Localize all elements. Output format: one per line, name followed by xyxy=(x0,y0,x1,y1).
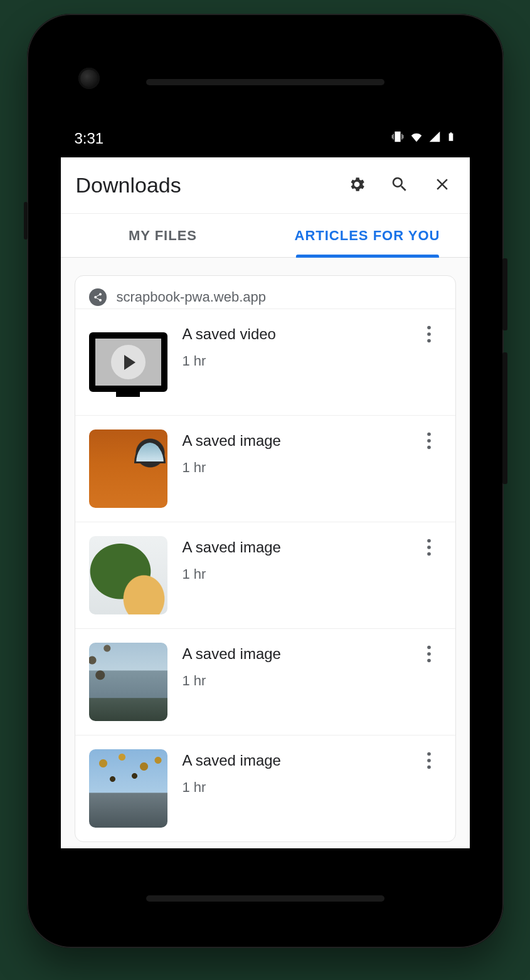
status-bar: 3:31 xyxy=(61,120,470,157)
screen: 3:31 xyxy=(61,120,470,848)
page-title: Downloads xyxy=(76,173,344,198)
source-card: scrapbook-pwa.web.app A saved video xyxy=(75,275,456,842)
front-camera xyxy=(78,68,100,89)
svg-point-11 xyxy=(427,659,431,663)
thumbnail-video xyxy=(89,323,167,401)
tab-my-files[interactable]: MY FILES xyxy=(61,214,265,257)
svg-point-10 xyxy=(427,652,431,656)
thumbnail-image xyxy=(89,643,167,721)
close-button[interactable] xyxy=(430,173,455,198)
item-time: 1 hr xyxy=(183,566,401,582)
tab-articles-for-you[interactable]: ARTICLES FOR YOU xyxy=(265,214,470,257)
item-time: 1 hr xyxy=(183,460,401,476)
more-vert-icon xyxy=(427,752,432,772)
side-button[interactable] xyxy=(24,202,28,240)
svg-point-2 xyxy=(427,339,431,343)
list-item[interactable]: A saved image 1 hr xyxy=(75,735,455,841)
svg-point-13 xyxy=(427,759,431,762)
play-icon xyxy=(111,345,146,379)
list-item[interactable]: A saved video 1 hr xyxy=(75,308,455,415)
more-vert-icon xyxy=(427,539,432,559)
list-item[interactable]: A saved image 1 hr xyxy=(75,628,455,735)
search-button[interactable] xyxy=(387,173,412,198)
gear-icon xyxy=(347,175,366,196)
svg-point-9 xyxy=(427,646,431,650)
thumbnail-image xyxy=(89,536,167,614)
svg-point-1 xyxy=(427,332,431,336)
vibrate-icon xyxy=(391,130,405,147)
item-title: A saved image xyxy=(183,752,401,769)
content-area: scrapbook-pwa.web.app A saved video xyxy=(61,258,470,848)
earpiece xyxy=(146,79,384,85)
item-more-button[interactable] xyxy=(416,749,442,774)
search-icon xyxy=(390,175,409,196)
more-vert-icon xyxy=(427,432,432,452)
status-time: 3:31 xyxy=(75,130,104,147)
svg-point-6 xyxy=(427,539,431,543)
volume-button[interactable] xyxy=(502,352,507,484)
item-time: 1 hr xyxy=(183,779,401,796)
svg-point-12 xyxy=(427,752,431,756)
item-more-button[interactable] xyxy=(416,643,442,668)
phone-frame: 3:31 xyxy=(27,14,504,948)
item-more-button[interactable] xyxy=(416,536,442,561)
wifi-icon xyxy=(410,130,423,147)
more-vert-icon xyxy=(427,325,432,345)
item-title: A saved image xyxy=(183,645,401,663)
item-time: 1 hr xyxy=(183,353,401,369)
power-button[interactable] xyxy=(502,258,507,330)
status-icons xyxy=(391,130,456,147)
item-more-button[interactable] xyxy=(416,323,442,348)
svg-point-14 xyxy=(427,766,431,769)
signal-icon xyxy=(428,130,441,147)
svg-point-8 xyxy=(427,552,431,556)
item-title: A saved video xyxy=(183,325,401,343)
settings-button[interactable] xyxy=(344,173,369,198)
card-header: scrapbook-pwa.web.app xyxy=(75,276,455,308)
list-item[interactable]: A saved image 1 hr xyxy=(75,522,455,628)
bottom-speaker xyxy=(146,895,384,902)
svg-point-5 xyxy=(427,446,431,450)
svg-point-3 xyxy=(427,433,431,436)
item-title: A saved image xyxy=(183,432,401,450)
battery-icon xyxy=(446,130,456,147)
tabs: MY FILES ARTICLES FOR YOU xyxy=(61,214,470,258)
item-title: A saved image xyxy=(183,539,401,556)
svg-point-0 xyxy=(427,326,431,330)
item-time: 1 hr xyxy=(183,673,401,689)
app-bar: Downloads xyxy=(61,157,470,214)
list-item[interactable]: A saved image 1 hr xyxy=(75,415,455,522)
svg-point-7 xyxy=(427,545,431,549)
share-icon xyxy=(89,288,107,306)
svg-point-4 xyxy=(427,439,431,443)
thumbnail-image xyxy=(89,429,167,508)
source-label: scrapbook-pwa.web.app xyxy=(117,289,266,305)
item-more-button[interactable] xyxy=(416,429,442,455)
close-icon xyxy=(433,175,452,196)
thumbnail-image xyxy=(89,749,167,828)
tv-icon xyxy=(89,332,167,392)
more-vert-icon xyxy=(427,645,432,665)
